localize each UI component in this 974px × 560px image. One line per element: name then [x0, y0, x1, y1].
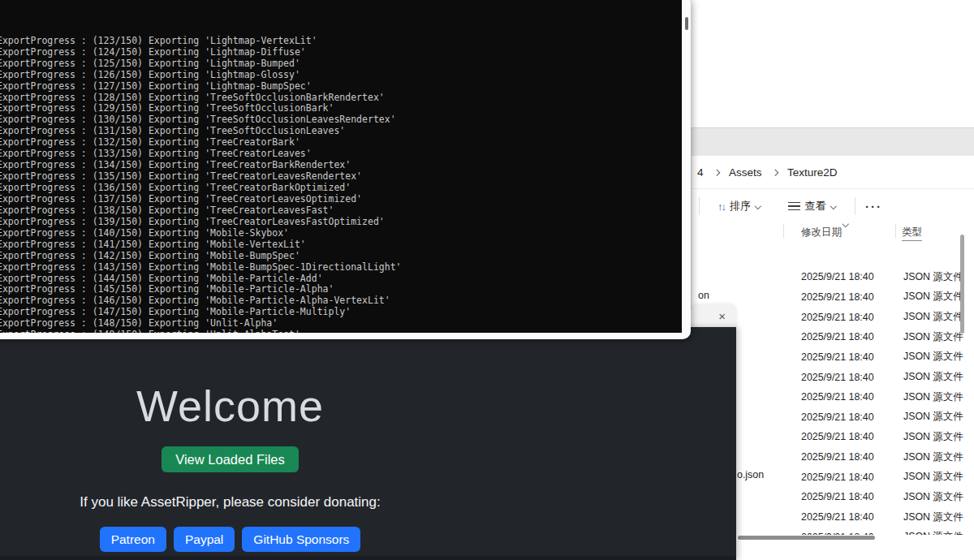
- assetripper-welcome-page: Welcome View Loaded Files If you like As…: [0, 327, 736, 560]
- file-type: JSON 源文件: [903, 530, 963, 535]
- assetripper-titlebar[interactable]: ×: [691, 304, 736, 327]
- column-header-date[interactable]: 修改日期: [801, 226, 842, 239]
- toolbar-divider: [855, 197, 855, 215]
- more-options-button[interactable]: ···: [860, 200, 887, 213]
- vertical-scrollbar-thumb[interactable]: [960, 235, 964, 334]
- breadcrumb-item-truncated[interactable]: 4: [697, 166, 704, 179]
- view-label: 查看: [805, 199, 826, 213]
- column-headers: 修改日期 类型: [692, 222, 974, 240]
- breadcrumb: 4 Assets Texture2D: [692, 156, 974, 189]
- column-separator[interactable]: [783, 224, 784, 238]
- file-type: JSON 源文件: [903, 310, 963, 324]
- file-date: 2025/9/21 18:40: [801, 351, 903, 363]
- file-date: 2025/9/21 18:40: [801, 312, 903, 323]
- sort-arrows-icon: ↑↓: [718, 200, 725, 213]
- file-date: 2025/9/21 18:40: [801, 291, 903, 303]
- chevron-down-icon: [830, 203, 836, 209]
- file-type: JSON 源文件: [903, 290, 963, 304]
- file-type: JSON 源文件: [903, 510, 963, 524]
- file-date: 2025/9/21 18:40: [801, 532, 903, 535]
- horizontal-scrollbar-thumb[interactable]: [738, 536, 875, 540]
- file-type: JSON 源文件: [903, 450, 963, 464]
- explorer-tab-band: [692, 128, 974, 156]
- file-type: JSON 源文件: [903, 370, 963, 384]
- file-type: JSON 源文件: [903, 410, 963, 424]
- donate-text: If you like AssetRipper, please consider…: [80, 494, 380, 510]
- terminal-screen[interactable]: ExportProgress : (123/150) Exporting 'Li…: [0, 0, 682, 333]
- sort-button[interactable]: ↑↓ 排序: [711, 194, 767, 218]
- file-date: 2025/9/21 18:40: [801, 331, 903, 342]
- filename-fragment: o.json: [737, 469, 764, 480]
- file-date: 2025/9/21 18:40: [801, 271, 903, 282]
- file-type: JSON 源文件: [903, 470, 963, 484]
- chevron-right-icon: [713, 170, 719, 176]
- background-window-area: [691, 0, 974, 127]
- file-date: 2025/9/21 18:40: [801, 472, 903, 483]
- file-date: 2025/9/21 18:40: [801, 391, 903, 403]
- patreon-button[interactable]: Patreon: [100, 527, 166, 552]
- close-icon[interactable]: ×: [718, 310, 726, 322]
- terminal-scrollbar-thumb[interactable]: [685, 17, 688, 30]
- file-type: JSON 源文件: [903, 430, 963, 444]
- file-row[interactable]: 2025/9/21 18:40 JSON 源文件: [692, 267, 974, 287]
- file-row[interactable]: 2025/9/21 18:40 JSON 源文件: [692, 287, 974, 308]
- sort-direction-icon: [843, 221, 849, 227]
- chevron-down-icon: [755, 203, 761, 209]
- breadcrumb-item-texture2d[interactable]: Texture2D: [787, 166, 838, 179]
- file-type: JSON 源文件: [903, 330, 963, 344]
- file-type: JSON 源文件: [903, 490, 963, 504]
- assetripper-bottom-strip: [0, 556, 736, 560]
- file-type: JSON 源文件: [903, 270, 963, 284]
- file-date: 2025/9/21 18:40: [801, 511, 903, 523]
- chevron-right-icon: [771, 170, 778, 176]
- file-date: 2025/9/21 18:40: [801, 372, 903, 383]
- file-date: 2025/9/21 18:40: [801, 411, 903, 423]
- view-button[interactable]: 查看: [782, 194, 843, 218]
- filename-fragment: on: [698, 290, 709, 301]
- view-loaded-files-button[interactable]: View Loaded Files: [162, 446, 299, 472]
- paypal-button[interactable]: Paypal: [174, 527, 235, 552]
- toolbar-divider: [699, 197, 700, 215]
- file-date: 2025/9/21 18:40: [801, 451, 903, 463]
- file-type: JSON 源文件: [903, 350, 963, 364]
- file-date: 2025/9/21 18:40: [801, 491, 903, 502]
- column-header-type[interactable]: 类型: [902, 226, 922, 241]
- donate-buttons-row: Patreon Paypal GitHub Sponsors: [100, 527, 361, 552]
- terminal-window: ExportProgress : (123/150) Exporting 'Li…: [0, 0, 691, 339]
- file-date: 2025/9/21 18:40: [801, 431, 903, 442]
- terminal-output: ExportProgress : (123/150) Exporting 'Li…: [0, 2, 402, 333]
- explorer-command-bar: ↑↓ 排序 查看 ···: [692, 190, 974, 222]
- sort-label: 排序: [730, 199, 751, 213]
- welcome-heading: Welcome: [136, 384, 324, 428]
- assetripper-window: Welcome View Loaded Files If you like As…: [0, 327, 736, 560]
- column-separator[interactable]: [895, 224, 896, 238]
- breadcrumb-item-assets[interactable]: Assets: [729, 166, 762, 179]
- file-type: JSON 源文件: [903, 390, 963, 404]
- github-sponsors-button[interactable]: GitHub Sponsors: [242, 527, 360, 552]
- view-list-icon: [788, 202, 800, 211]
